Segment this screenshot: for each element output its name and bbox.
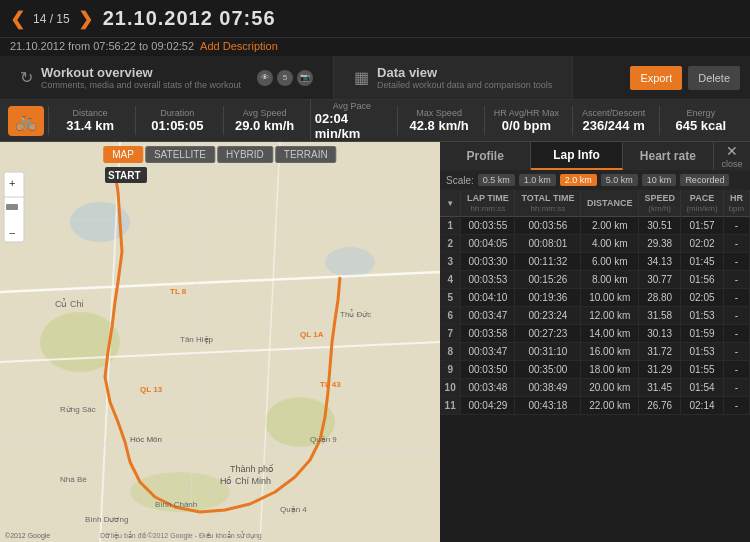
svg-text:Tân Hiệp: Tân Hiệp — [180, 335, 214, 344]
subtitle-text: 21.10.2012 from 07:56:22 to 09:02:52 — [10, 40, 194, 52]
cell-hr: - — [723, 361, 749, 379]
th-distance: DISTANCE — [581, 190, 639, 217]
stat-distance: Distance 31.4 km — [48, 106, 131, 135]
workout-overview-tab[interactable]: ↻ Workout overview Comments, media and o… — [0, 56, 334, 99]
tab-profile[interactable]: Profile — [440, 142, 531, 170]
cell-distance: 10.00 km — [581, 289, 639, 307]
cell-total-time: 00:43:18 — [515, 397, 581, 415]
scale-05km[interactable]: 0.5 km — [478, 174, 515, 186]
svg-text:Thủ Đức: Thủ Đức — [340, 309, 371, 319]
map-controls: MAP SATELLITE HYBRID TERRAIN — [103, 146, 336, 163]
cell-num: 10 — [440, 379, 461, 397]
th-num: ▼ — [440, 190, 461, 217]
cell-num: 9 — [440, 361, 461, 379]
top-header: ❮ 14 / 15 ❯ 21.10.2012 07:56 — [0, 0, 750, 38]
cell-speed: 30.13 — [639, 325, 681, 343]
cell-pace: 01:55 — [681, 361, 724, 379]
cell-pace: 01:57 — [681, 217, 724, 235]
svg-text:START: START — [108, 170, 141, 181]
cell-hr: - — [723, 271, 749, 289]
cell-pace: 01:59 — [681, 325, 724, 343]
scale-1km[interactable]: 1.0 km — [519, 174, 556, 186]
svg-text:QL 13: QL 13 — [140, 385, 163, 394]
cell-lap-time: 00:03:47 — [461, 343, 515, 361]
close-panel-button[interactable]: ✕ close — [714, 142, 750, 170]
th-lap-time: LAP TIMEhh:mm:ss — [461, 190, 515, 217]
table-row: 5 00:04:10 00:19:36 10.00 km 28.80 02:05… — [440, 289, 750, 307]
scale-5km[interactable]: 5.0 km — [601, 174, 638, 186]
scale-10km[interactable]: 10 km — [642, 174, 677, 186]
table-row: 9 00:03:50 00:35:00 18.00 km 31.29 01:55… — [440, 361, 750, 379]
delete-button[interactable]: Delete — [688, 66, 740, 90]
svg-text:Củ Chi: Củ Chi — [55, 298, 84, 309]
workout-overview-icon: ↻ — [20, 68, 33, 87]
map-btn-terrain[interactable]: TERRAIN — [275, 146, 337, 163]
view-tabs: Profile Lap Info Heart rate ✕ close — [440, 142, 750, 170]
map-btn-hybrid[interactable]: HYBRID — [217, 146, 273, 163]
cell-distance: 22.00 km — [581, 397, 639, 415]
icon-badge-photo: 📷 — [297, 70, 313, 86]
svg-text:QL 1A: QL 1A — [300, 330, 324, 339]
cell-hr: - — [723, 307, 749, 325]
cell-speed: 28.80 — [639, 289, 681, 307]
next-arrow[interactable]: ❯ — [78, 8, 93, 30]
cell-distance: 14.00 km — [581, 325, 639, 343]
stat-duration: Duration 01:05:05 — [135, 106, 218, 135]
cell-num: 8 — [440, 343, 461, 361]
cell-speed: 26.76 — [639, 397, 681, 415]
cell-num: 7 — [440, 325, 461, 343]
stats-row: 🚲 Distance 31.4 km Duration 01:05:05 Avg… — [0, 100, 750, 142]
svg-text:Dữ liệu bản đồ ©2012 Google - : Dữ liệu bản đồ ©2012 Google - Điều khoản… — [100, 531, 262, 540]
cell-num: 3 — [440, 253, 461, 271]
close-icon: ✕ — [726, 143, 738, 159]
cell-speed: 30.77 — [639, 271, 681, 289]
right-panel: Profile Lap Info Heart rate ✕ close Scal… — [440, 142, 750, 542]
session-count: 14 / 15 — [33, 12, 70, 26]
cell-pace: 01:56 — [681, 271, 724, 289]
table-row: 4 00:03:53 00:15:26 8.00 km 30.77 01:56 … — [440, 271, 750, 289]
table-row: 2 00:04:05 00:08:01 4.00 km 29.38 02:02 … — [440, 235, 750, 253]
cell-pace: 02:05 — [681, 289, 724, 307]
svg-text:Rừng Sác: Rừng Sác — [60, 405, 96, 414]
tab-lap-info[interactable]: Lap Info — [531, 142, 622, 170]
table-row: 10 00:03:48 00:38:49 20.00 km 31.45 01:5… — [440, 379, 750, 397]
cell-hr: - — [723, 343, 749, 361]
cell-lap-time: 00:03:50 — [461, 361, 515, 379]
cell-num: 4 — [440, 271, 461, 289]
table-row: 1 00:03:55 00:03:56 2.00 km 30.51 01:57 … — [440, 217, 750, 235]
cell-distance: 12.00 km — [581, 307, 639, 325]
cell-hr: - — [723, 253, 749, 271]
workout-overview-label: Workout overview — [41, 65, 241, 80]
svg-text:TL 8: TL 8 — [170, 287, 187, 296]
cell-lap-time: 00:03:47 — [461, 307, 515, 325]
export-button[interactable]: Export — [630, 66, 682, 90]
cell-speed: 31.29 — [639, 361, 681, 379]
main-content: MAP SATELLITE HYBRID TERRAIN — [0, 142, 750, 542]
tab-heart-rate[interactable]: Heart rate — [623, 142, 714, 170]
cell-pace: 01:54 — [681, 379, 724, 397]
svg-text:Bình Dương: Bình Dương — [85, 515, 128, 524]
data-view-tab[interactable]: ▦ Data view Detailed workout data and co… — [334, 56, 573, 99]
cell-lap-time: 00:04:10 — [461, 289, 515, 307]
cell-speed: 31.45 — [639, 379, 681, 397]
scale-2km[interactable]: 2.0 km — [560, 174, 597, 186]
svg-text:Quận 9: Quận 9 — [310, 435, 337, 444]
scale-row: Scale: 0.5 km 1.0 km 2.0 km 5.0 km 10 km… — [440, 170, 750, 190]
map-btn-map[interactable]: MAP — [103, 146, 143, 163]
cell-num: 1 — [440, 217, 461, 235]
table-row: 8 00:03:47 00:31:10 16.00 km 31.72 01:53… — [440, 343, 750, 361]
th-total-time: TOTAL TIMEhh:mm:ss — [515, 190, 581, 217]
cell-total-time: 00:15:26 — [515, 271, 581, 289]
cell-num: 11 — [440, 397, 461, 415]
cell-hr: - — [723, 289, 749, 307]
subtitle-row: 21.10.2012 from 07:56:22 to 09:02:52 Add… — [0, 38, 750, 56]
prev-arrow[interactable]: ❮ — [10, 8, 25, 30]
scale-recorded[interactable]: Recorded — [680, 174, 729, 186]
map-btn-satellite[interactable]: SATELLITE — [145, 146, 215, 163]
data-view-sub: Detailed workout data and comparison too… — [377, 80, 552, 90]
icon-badge-eye: 👁 — [257, 70, 273, 86]
cell-total-time: 00:11:32 — [515, 253, 581, 271]
stat-avg-pace: Avg Pace 02:04 min/km — [310, 99, 393, 143]
stat-ascent: Ascent/Descent 236/244 m — [572, 106, 655, 135]
add-description-link[interactable]: Add Description — [200, 40, 278, 52]
